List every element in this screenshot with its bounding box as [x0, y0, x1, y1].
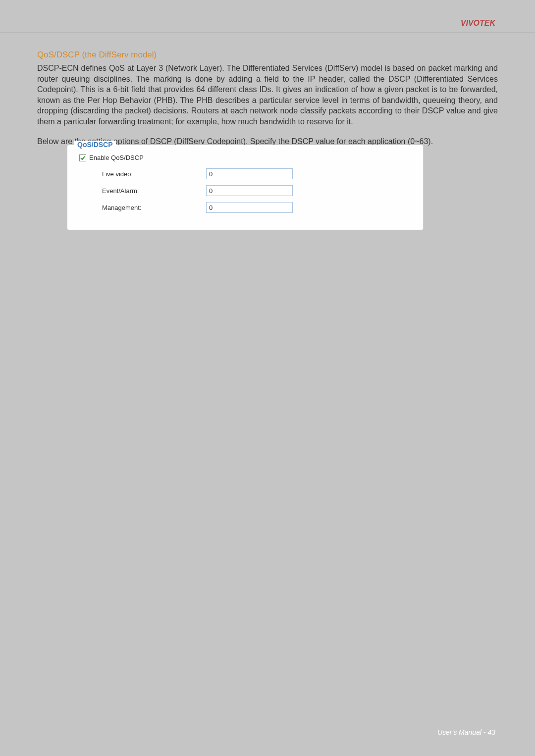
live-video-input[interactable] [206, 168, 293, 179]
event-alarm-input[interactable] [206, 185, 293, 196]
management-label: Management: [102, 204, 206, 211]
section-paragraph-1: DSCP-ECN defines QoS at Layer 3 (Network… [37, 63, 498, 127]
page-footer: User's Manual - 43 [437, 728, 495, 736]
checkmark-icon [80, 155, 86, 161]
event-alarm-label: Event/Alarm: [102, 187, 206, 195]
enable-qos-label: Enable QoS/DSCP [89, 154, 144, 161]
section-title: QoS/DSCP (the DiffServ model) [37, 50, 498, 60]
document-page: VIVOTEK QoS/DSCP (the DiffServ model) DS… [0, 0, 535, 756]
settings-screenshot: QoS/DSCP Enable QoS/DSCP Live video: Eve… [67, 145, 498, 230]
event-alarm-row: Event/Alarm: [77, 185, 413, 196]
management-input[interactable] [206, 202, 293, 213]
enable-qos-checkbox[interactable] [79, 154, 86, 161]
header-bar: VIVOTEK [0, 15, 535, 33]
live-video-row: Live video: [77, 168, 413, 179]
qos-dscp-fieldset: QoS/DSCP Enable QoS/DSCP Live video: Eve… [67, 145, 424, 230]
fieldset-legend: QoS/DSCP [74, 141, 116, 149]
content-area: QoS/DSCP (the DiffServ model) DSCP-ECN d… [0, 33, 535, 240]
management-row: Management: [77, 202, 413, 213]
live-video-label: Live video: [102, 170, 206, 178]
enable-qos-row: Enable QoS/DSCP [79, 154, 413, 161]
brand-title: VIVOTEK [461, 19, 495, 27]
